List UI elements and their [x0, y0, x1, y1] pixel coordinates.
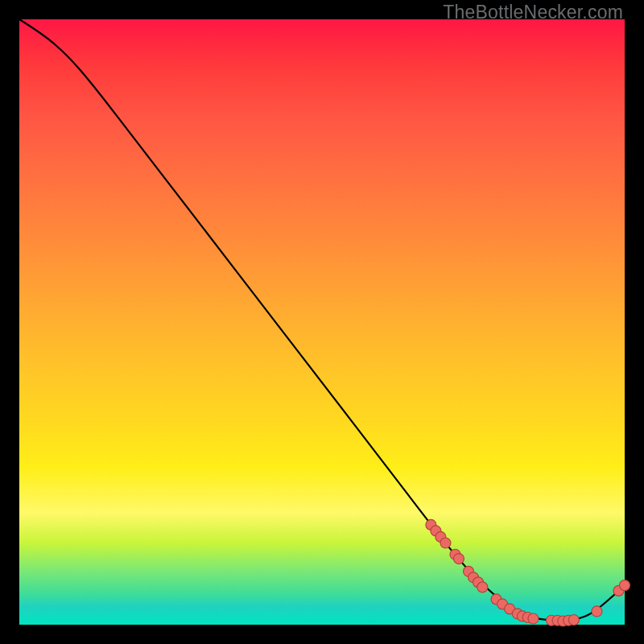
chart-overlay [19, 19, 625, 625]
chart-point [528, 613, 539, 624]
chart-point [568, 614, 579, 625]
chart-curve [19, 19, 625, 621]
chart-frame: TheBottleNecker.com [0, 0, 644, 644]
chart-point [592, 606, 602, 617]
chart-point [477, 582, 488, 592]
chart-point [453, 554, 464, 564]
chart-point [440, 538, 451, 548]
chart-point [620, 580, 630, 591]
chart-points-group [426, 519, 630, 626]
